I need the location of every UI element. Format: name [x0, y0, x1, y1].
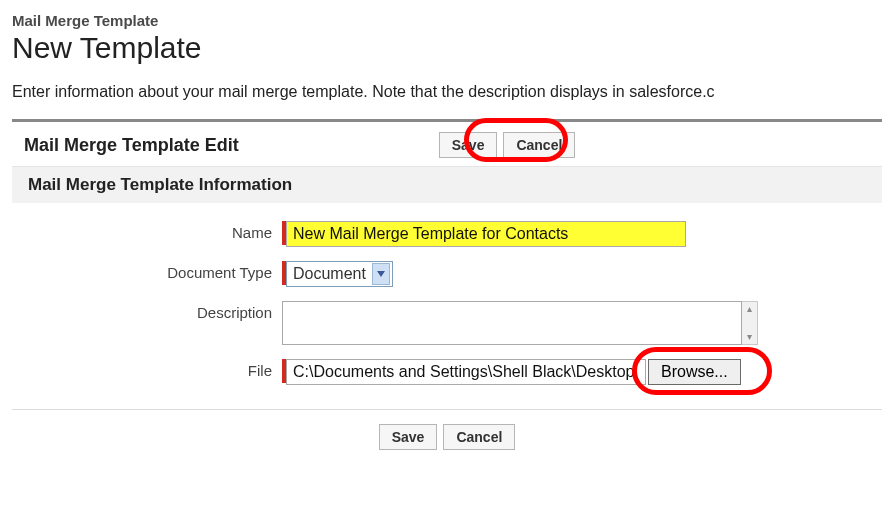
- label-name: Name: [24, 221, 282, 241]
- chevron-down-icon: [372, 263, 390, 285]
- textarea-scrollbar[interactable]: ▴ ▾: [742, 301, 758, 345]
- name-input[interactable]: [286, 221, 686, 247]
- row-doc-type: Document Type Document: [24, 261, 870, 287]
- row-description: Description ▴ ▾: [24, 301, 870, 345]
- row-file: File Browse...: [24, 359, 870, 385]
- scroll-down-icon[interactable]: ▾: [742, 330, 757, 344]
- doc-type-value: Document: [293, 265, 366, 283]
- browse-button[interactable]: Browse...: [648, 359, 741, 385]
- doc-type-select[interactable]: Document: [286, 261, 393, 287]
- cancel-button-footer[interactable]: Cancel: [443, 424, 515, 450]
- label-description: Description: [24, 301, 282, 321]
- header-button-bar: Save Cancel: [439, 132, 576, 158]
- row-name: Name: [24, 221, 870, 247]
- scroll-up-icon[interactable]: ▴: [742, 302, 757, 316]
- form-body: Name Document Type Document Description: [12, 203, 882, 409]
- label-file: File: [24, 359, 282, 379]
- description-textarea[interactable]: [282, 301, 742, 345]
- label-doc-type: Document Type: [24, 261, 282, 281]
- form-card: Mail Merge Template Edit Save Cancel Mai…: [12, 119, 882, 464]
- breadcrumb: Mail Merge Template: [12, 12, 882, 29]
- subsection-title: Mail Merge Template Information: [12, 167, 882, 203]
- section-title: Mail Merge Template Edit: [24, 135, 239, 156]
- file-path-input[interactable]: [286, 359, 646, 385]
- save-button[interactable]: Save: [439, 132, 498, 158]
- intro-text: Enter information about your mail merge …: [12, 83, 882, 101]
- page-title: New Template: [12, 31, 882, 65]
- save-button-footer[interactable]: Save: [379, 424, 438, 450]
- section-header: Mail Merge Template Edit Save Cancel: [12, 122, 882, 167]
- footer-button-bar: Save Cancel: [12, 409, 882, 464]
- cancel-button[interactable]: Cancel: [503, 132, 575, 158]
